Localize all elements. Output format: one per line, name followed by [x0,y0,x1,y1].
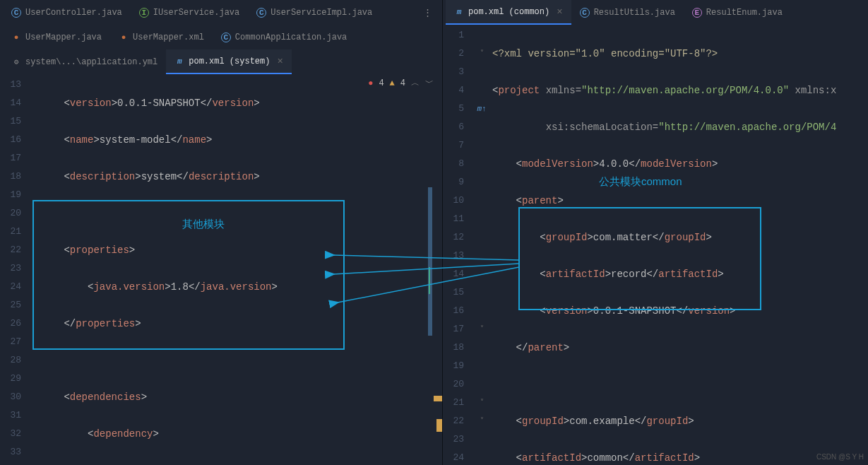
error-count: 4 [379,78,384,88]
line-gutter-right: 123456789101112131415161718192021222324 [443,25,471,465]
tab-commonapplication[interactable]: CCommonApplication.java [213,25,355,49]
right-editor[interactable]: 123456789101112131415161718192021222324 … [443,25,868,465]
tab-row-1: CUserController.java IIUserService.java … [0,0,442,25]
tab-usermapper-java[interactable]: ●UserMapper.java [3,25,110,49]
fold-gutter[interactable]: ˅m↑˅˅˅ [471,25,492,465]
tab-resultutils[interactable]: CResultUtils.java [571,0,684,25]
tab-resultenum[interactable]: EResultEnum.java [684,0,791,25]
right-code[interactable]: <?xml version="1.0" encoding="UTF-8"?> <… [492,25,868,465]
line-gutter: 1314151617181920212223242526272829303132… [0,74,28,465]
nav-up-icon[interactable]: ︿ [411,77,420,89]
left-code[interactable]: <version>0.0.1-SNAPSHOT</version> <name>… [28,74,442,465]
tab-pom-system[interactable]: mpom.xml (system)× [166,49,292,74]
warning-icon: ▲ [390,78,395,88]
tab-overflow-icon[interactable]: ⋮ [416,7,439,18]
scroll-track[interactable] [434,74,442,465]
tab-usermapper-xml[interactable]: ●UserMapper.xml [110,25,213,49]
right-tabs: mpom.xml (common)× CResultUtils.java ERe… [443,0,868,25]
close-icon[interactable]: × [557,6,562,18]
close-icon[interactable]: × [277,56,283,67]
watermark: CSDN @S Y H [816,453,864,461]
tab-userserviceimpl[interactable]: CUserServiceImpl.java [248,0,381,25]
warning-count: 4 [400,78,405,88]
right-editor-pane: mpom.xml (common)× CResultUtils.java ERe… [443,0,868,465]
left-editor[interactable]: ●4 ▲4 ︿ ﹀ 131415161718192021222324252627… [0,74,442,465]
tab-row-3: ⚙system\...\application.yml mpom.xml (sy… [0,49,442,74]
tab-row-2: ●UserMapper.java ●UserMapper.xml CCommon… [0,25,442,49]
inspection-indicators[interactable]: ●4 ▲4 ︿ ﹀ [368,77,434,89]
error-icon: ● [368,78,373,88]
tab-iuserservice[interactable]: IIUserService.java [131,0,248,25]
nav-down-icon[interactable]: ﹀ [425,77,434,89]
left-editor-pane: CUserController.java IIUserService.java … [0,0,443,465]
tab-usercontroller[interactable]: CUserController.java [3,0,131,25]
tab-application-yml[interactable]: ⚙system\...\application.yml [3,49,166,74]
tab-pom-common[interactable]: mpom.xml (common)× [446,0,571,25]
editor-caret [429,267,430,294]
